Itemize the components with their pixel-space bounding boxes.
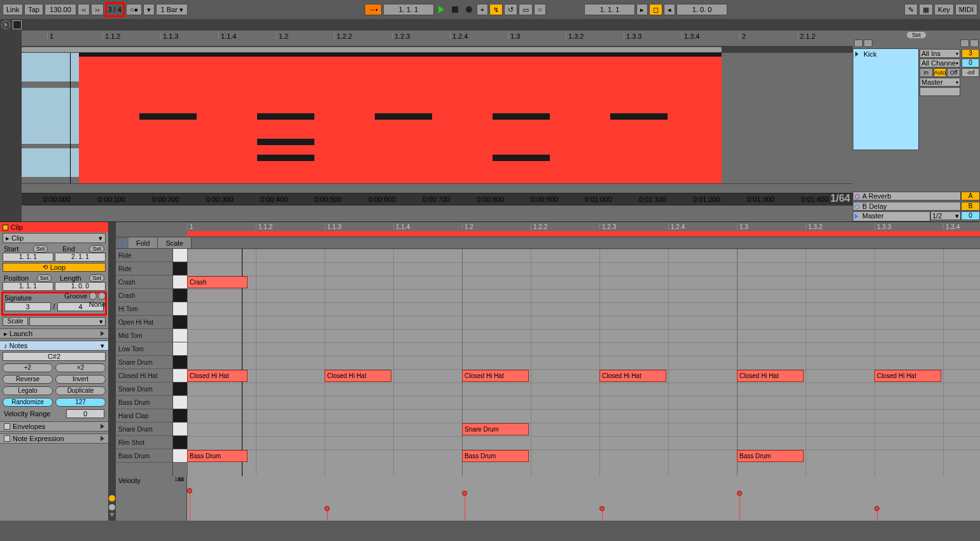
fold-tab[interactable]: Fold: [129, 237, 158, 248]
key-map-button[interactable]: Key: [934, 4, 954, 15]
input-type-select[interactable]: All Ins▾: [920, 49, 960, 58]
midi-note[interactable]: Snare Drum: [462, 423, 529, 435]
link-button[interactable]: Link: [3, 4, 23, 15]
arrangement-scrollbar[interactable]: [22, 46, 853, 53]
note-grid[interactable]: CrashClosed Hi HatClosed Hi HatClosed Hi…: [187, 249, 980, 476]
length-set-button[interactable]: Set: [89, 274, 104, 282]
velocity-marker[interactable]: [187, 488, 192, 493]
velocity-marker[interactable]: [325, 506, 330, 511]
metronome-toggle[interactable]: ○●: [126, 4, 142, 15]
midi-note[interactable]: Closed Hi Hat: [737, 370, 804, 382]
midi-note[interactable]: Bass Drum: [462, 450, 529, 462]
position-set-button[interactable]: Set: [37, 274, 52, 282]
return-b-letter[interactable]: B: [961, 202, 980, 211]
punch-out-button[interactable]: ◂: [664, 4, 675, 15]
midi-note[interactable]: Crash: [187, 276, 248, 288]
metronome-dropdown[interactable]: ▾: [143, 4, 155, 15]
nudge-up-button[interactable]: ››: [91, 4, 103, 15]
monitor-off[interactable]: Off: [947, 68, 960, 77]
master-value[interactable]: 0: [961, 211, 980, 220]
gutter-collapse-icon[interactable]: [109, 513, 115, 517]
randomize-button[interactable]: Randomize: [3, 398, 53, 407]
root-note-select[interactable]: C#2: [3, 352, 106, 361]
position-value[interactable]: 1. 1. 1: [3, 282, 53, 291]
piano-key[interactable]: [173, 302, 187, 316]
piano-key[interactable]: [173, 329, 187, 342]
scale-tab[interactable]: Scale: [158, 237, 192, 248]
arrangement-main[interactable]: 11.1.21.1.31.1.41.21.2.21.2.31.2.41.31.3…: [22, 31, 853, 221]
loop-length[interactable]: 1. 0. 0: [676, 4, 727, 15]
track-inf-value[interactable]: -inf: [962, 68, 979, 77]
punch-in-position[interactable]: 1. 1. 1: [584, 4, 635, 15]
loop-switch[interactable]: ◻: [649, 4, 662, 15]
piano-key[interactable]: [173, 276, 187, 289]
piano-key[interactable]: [173, 316, 187, 329]
track-add-button[interactable]: [854, 39, 863, 47]
capture-button[interactable]: ▭: [519, 4, 533, 15]
end-value[interactable]: 2. 1. 1: [55, 253, 106, 262]
arrangement-tracks[interactable]: [22, 53, 853, 183]
automation-lane[interactable]: [22, 183, 853, 193]
return-b[interactable]: B Delay: [853, 202, 961, 211]
punch-in-button[interactable]: ▸: [636, 4, 648, 15]
piano-key[interactable]: [173, 383, 187, 396]
notes-section[interactable]: ♪ Notes▾: [0, 341, 108, 351]
midi-grid[interactable]: RideRideCrashCrashHi TomOpen Hi HatMid T…: [116, 249, 980, 476]
piano-key[interactable]: [173, 356, 187, 369]
clip-color-swatch[interactable]: [3, 225, 8, 230]
transpose-up-button[interactable]: ×2: [55, 363, 106, 372]
set-chip[interactable]: Set: [907, 32, 926, 38]
piano-key-column[interactable]: [173, 249, 187, 476]
reverse-button[interactable]: Reverse: [3, 375, 53, 384]
stop-button[interactable]: [449, 4, 461, 15]
duplicate-button[interactable]: Duplicate: [55, 386, 106, 395]
midi-note[interactable]: Closed Hi Hat: [187, 370, 248, 382]
clip-selector[interactable]: ▸ Clip▾: [3, 233, 106, 243]
groove-value[interactable]: None: [89, 300, 106, 308]
master-out-select[interactable]: 1/2▾: [930, 211, 961, 220]
tap-button[interactable]: Tap: [24, 4, 43, 15]
velocity-range-value[interactable]: 0: [66, 409, 104, 418]
piano-key[interactable]: [173, 423, 187, 436]
timesig-denominator[interactable]: 4: [118, 6, 122, 13]
input-chan-select[interactable]: All Channe▾: [920, 59, 960, 67]
io-toggle[interactable]: [960, 39, 969, 47]
monitor-in[interactable]: In: [920, 68, 933, 77]
groove-hot-button[interactable]: [89, 292, 97, 300]
note-expression-section[interactable]: Note Expression: [0, 433, 108, 444]
tempo-field[interactable]: 130.00: [45, 4, 76, 15]
piano-key[interactable]: [173, 396, 187, 409]
view-square[interactable]: [13, 20, 22, 29]
track-add2-button[interactable]: [864, 39, 872, 47]
midi-note[interactable]: Bass Drum: [737, 450, 804, 462]
start-value[interactable]: 1. 1. 1: [3, 253, 53, 262]
velocity-marker[interactable]: [874, 506, 879, 511]
scrollbar-thumb[interactable]: [22, 47, 722, 52]
quantize-menu[interactable]: 1 Bar ▾: [156, 4, 188, 15]
session-record-button[interactable]: ○: [534, 4, 546, 15]
length-value[interactable]: 1. 0. 0: [55, 282, 106, 291]
midi-note[interactable]: Closed Hi Hat: [599, 370, 666, 382]
start-set-button[interactable]: Set: [33, 245, 48, 253]
overdub-button[interactable]: +: [477, 4, 488, 15]
return-a[interactable]: A Reverb: [853, 192, 961, 200]
velocity-marker-icon[interactable]: [109, 495, 115, 502]
lock-toggle[interactable]: [970, 39, 979, 47]
play-button[interactable]: [435, 4, 447, 15]
piano-key[interactable]: [173, 262, 187, 276]
chance-marker-icon[interactable]: [109, 504, 115, 510]
piano-key[interactable]: [173, 369, 187, 383]
arrangement-position[interactable]: 1. 1. 1: [383, 4, 434, 15]
reenable-automation-button[interactable]: ↺: [504, 4, 517, 15]
midi-map-button[interactable]: MIDI: [955, 4, 977, 15]
nudge-down-button[interactable]: ‹‹: [78, 4, 90, 15]
send-b-value[interactable]: 0: [962, 59, 979, 67]
piano-key[interactable]: [173, 409, 187, 423]
midi-note[interactable]: Closed Hi Hat: [325, 370, 391, 382]
headphones-icon[interactable]: [118, 239, 126, 247]
clip-sig-num[interactable]: 3: [4, 302, 51, 311]
midi-note[interactable]: Closed Hi Hat: [462, 370, 529, 382]
arrangement-time-ruler[interactable]: 1/64 0:00:0000:00:1000:00:2000:00:3000:0…: [22, 193, 853, 206]
transpose-down-button[interactable]: ÷2: [3, 363, 53, 372]
record-button[interactable]: [463, 4, 475, 15]
